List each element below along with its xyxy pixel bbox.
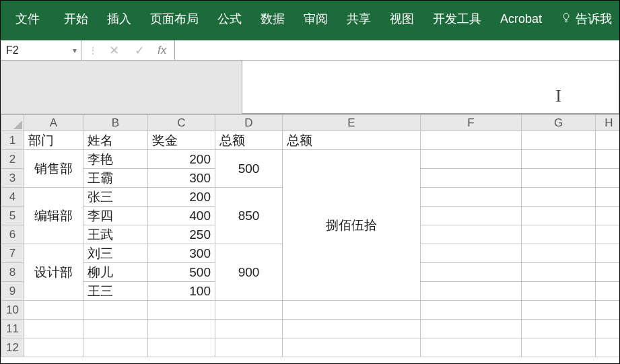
- cell-H10[interactable]: [596, 301, 621, 320]
- tab-layout[interactable]: 页面布局: [141, 1, 208, 38]
- cell-B8[interactable]: 柳儿: [83, 263, 148, 282]
- row-header-4[interactable]: 4: [1, 188, 24, 207]
- cell-G6[interactable]: [522, 225, 596, 244]
- cell-H5[interactable]: [596, 207, 621, 225]
- cell-B12[interactable]: [83, 338, 148, 357]
- cell-F2[interactable]: [421, 150, 522, 169]
- cell-H3[interactable]: [596, 169, 621, 188]
- cell-D1[interactable]: 总额: [215, 131, 283, 150]
- cell-H11[interactable]: [596, 320, 621, 338]
- formula-input[interactable]: [175, 40, 619, 60]
- cell-F4[interactable]: [421, 188, 522, 207]
- cancel-icon[interactable]: ✕: [102, 43, 125, 58]
- cell-E11[interactable]: [283, 320, 421, 338]
- cell-B4[interactable]: 张三: [83, 188, 148, 207]
- cell-C4[interactable]: 200: [148, 188, 215, 207]
- row-header-7[interactable]: 7: [1, 244, 24, 263]
- spreadsheet-grid[interactable]: A B C D E F G H 1 部门 姓名 奖金 总额 总额 2 销售部 李…: [1, 114, 619, 357]
- row-header-6[interactable]: 6: [1, 225, 24, 244]
- cell-H6[interactable]: [596, 225, 621, 244]
- cell-H1[interactable]: [596, 131, 621, 150]
- row-header-11[interactable]: 11: [1, 320, 24, 338]
- cell-B1[interactable]: 姓名: [83, 131, 148, 150]
- name-box[interactable]: F2 ▾: [1, 40, 81, 60]
- col-header-B[interactable]: B: [83, 115, 148, 131]
- cell-G2[interactable]: [522, 150, 596, 169]
- cell-D11[interactable]: [215, 320, 283, 338]
- tab-file[interactable]: 文件: [6, 1, 55, 38]
- cell-G12[interactable]: [522, 338, 596, 357]
- cell-A7[interactable]: 设计部: [24, 244, 83, 301]
- cell-F12[interactable]: [421, 338, 522, 357]
- cell-G5[interactable]: [522, 207, 596, 225]
- cell-G1[interactable]: [522, 131, 596, 150]
- cell-C1[interactable]: 奖金: [148, 131, 215, 150]
- cell-G9[interactable]: [522, 282, 596, 301]
- fx-icon[interactable]: fx: [153, 44, 170, 57]
- cell-C5[interactable]: 400: [148, 207, 215, 225]
- row-header-5[interactable]: 5: [1, 207, 24, 225]
- tell-me[interactable]: 告诉我: [551, 1, 620, 38]
- cell-H2[interactable]: [596, 150, 621, 169]
- row-header-12[interactable]: 12: [1, 338, 24, 357]
- cell-E12[interactable]: [283, 338, 421, 357]
- cell-A1[interactable]: 部门: [24, 131, 83, 150]
- tab-view[interactable]: 视图: [380, 1, 423, 38]
- cell-E1[interactable]: 总额: [283, 131, 421, 150]
- cell-D10[interactable]: [215, 301, 283, 320]
- tab-share[interactable]: 共享: [337, 1, 380, 38]
- tab-formulas[interactable]: 公式: [208, 1, 251, 38]
- cell-A12[interactable]: [24, 338, 83, 357]
- cell-C6[interactable]: 250: [148, 225, 215, 244]
- col-header-G[interactable]: G: [522, 115, 596, 131]
- tab-devtools[interactable]: 开发工具: [423, 1, 491, 38]
- cell-C12[interactable]: [148, 338, 215, 357]
- cell-C2[interactable]: 200: [148, 150, 215, 169]
- cell-F5[interactable]: [421, 207, 522, 225]
- formula-bar-handle-icon[interactable]: ⋮: [85, 45, 100, 56]
- cell-H9[interactable]: [596, 282, 621, 301]
- cell-B5[interactable]: 李四: [83, 207, 148, 225]
- cell-E10[interactable]: [283, 301, 421, 320]
- row-header-10[interactable]: 10: [1, 301, 24, 320]
- cell-F6[interactable]: [421, 225, 522, 244]
- cell-A10[interactable]: [24, 301, 83, 320]
- cell-F11[interactable]: [421, 320, 522, 338]
- col-header-E[interactable]: E: [283, 115, 421, 131]
- cell-A11[interactable]: [24, 320, 83, 338]
- row-header-2[interactable]: 2: [1, 150, 24, 169]
- cell-D7[interactable]: 900: [215, 244, 283, 301]
- col-header-F[interactable]: F: [421, 115, 522, 131]
- cell-E2[interactable]: 捌佰伍拾: [283, 150, 421, 301]
- cell-F1[interactable]: [421, 131, 522, 150]
- cell-C3[interactable]: 300: [148, 169, 215, 188]
- cell-C11[interactable]: [148, 320, 215, 338]
- cell-B6[interactable]: 王武: [83, 225, 148, 244]
- cell-H7[interactable]: [596, 244, 621, 263]
- cell-H4[interactable]: [596, 188, 621, 207]
- cell-C7[interactable]: 300: [148, 244, 215, 263]
- cell-G3[interactable]: [522, 169, 596, 188]
- tab-home[interactable]: 开始: [55, 1, 98, 38]
- cell-F3[interactable]: [421, 169, 522, 188]
- cell-B3[interactable]: 王霸: [83, 169, 148, 188]
- cell-F7[interactable]: [421, 244, 522, 263]
- row-header-3[interactable]: 3: [1, 169, 24, 188]
- formula-bar-expanded[interactable]: I: [242, 61, 619, 114]
- cell-F8[interactable]: [421, 263, 522, 282]
- cell-G7[interactable]: [522, 244, 596, 263]
- cell-A4[interactable]: 编辑部: [24, 188, 83, 244]
- col-header-H[interactable]: H: [596, 115, 621, 131]
- tab-data[interactable]: 数据: [251, 1, 294, 38]
- cell-G4[interactable]: [522, 188, 596, 207]
- tab-insert[interactable]: 插入: [98, 1, 141, 38]
- name-box-dropdown-icon[interactable]: ▾: [69, 46, 81, 55]
- tab-review[interactable]: 审阅: [294, 1, 337, 38]
- cell-G8[interactable]: [522, 263, 596, 282]
- cell-D4[interactable]: 850: [215, 188, 283, 244]
- cell-A2[interactable]: 销售部: [24, 150, 83, 188]
- col-header-C[interactable]: C: [148, 115, 215, 131]
- row-header-8[interactable]: 8: [1, 263, 24, 282]
- cell-C8[interactable]: 500: [148, 263, 215, 282]
- row-header-9[interactable]: 9: [1, 282, 24, 301]
